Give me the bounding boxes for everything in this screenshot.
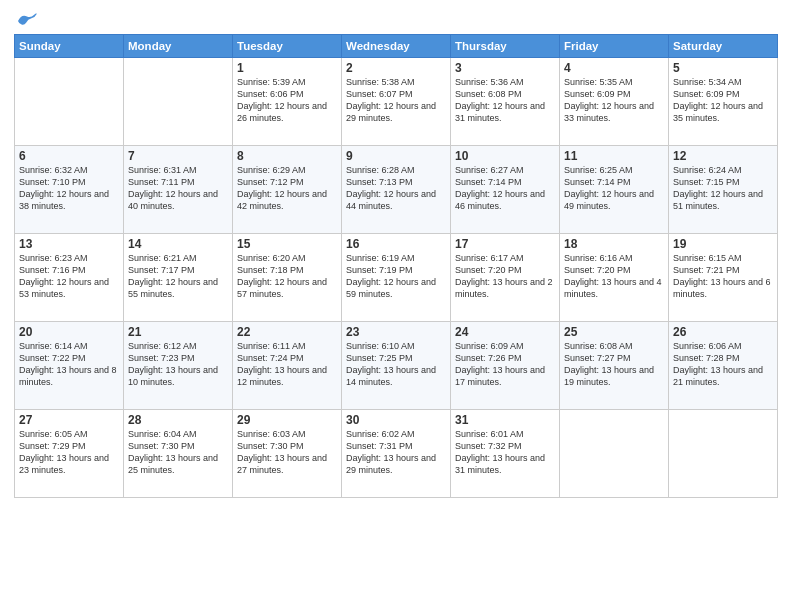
- calendar-week-row: 6Sunrise: 6:32 AM Sunset: 7:10 PM Daylig…: [15, 146, 778, 234]
- calendar-cell: 12Sunrise: 6:24 AM Sunset: 7:15 PM Dayli…: [669, 146, 778, 234]
- day-number: 29: [237, 413, 337, 427]
- calendar-cell: 8Sunrise: 6:29 AM Sunset: 7:12 PM Daylig…: [233, 146, 342, 234]
- calendar-cell: 11Sunrise: 6:25 AM Sunset: 7:14 PM Dayli…: [560, 146, 669, 234]
- day-info: Sunrise: 6:10 AM Sunset: 7:25 PM Dayligh…: [346, 340, 446, 389]
- calendar-cell: 27Sunrise: 6:05 AM Sunset: 7:29 PM Dayli…: [15, 410, 124, 498]
- day-number: 27: [19, 413, 119, 427]
- calendar-cell: 2Sunrise: 5:38 AM Sunset: 6:07 PM Daylig…: [342, 58, 451, 146]
- day-number: 21: [128, 325, 228, 339]
- logo: [14, 12, 38, 30]
- calendar-cell: 30Sunrise: 6:02 AM Sunset: 7:31 PM Dayli…: [342, 410, 451, 498]
- day-info: Sunrise: 6:02 AM Sunset: 7:31 PM Dayligh…: [346, 428, 446, 477]
- calendar-day-header: Friday: [560, 35, 669, 58]
- day-info: Sunrise: 5:35 AM Sunset: 6:09 PM Dayligh…: [564, 76, 664, 125]
- day-number: 4: [564, 61, 664, 75]
- calendar-week-row: 27Sunrise: 6:05 AM Sunset: 7:29 PM Dayli…: [15, 410, 778, 498]
- calendar-cell: [124, 58, 233, 146]
- day-info: Sunrise: 6:23 AM Sunset: 7:16 PM Dayligh…: [19, 252, 119, 301]
- calendar-cell: 29Sunrise: 6:03 AM Sunset: 7:30 PM Dayli…: [233, 410, 342, 498]
- header: [14, 10, 778, 30]
- calendar-cell: 13Sunrise: 6:23 AM Sunset: 7:16 PM Dayli…: [15, 234, 124, 322]
- day-number: 17: [455, 237, 555, 251]
- day-info: Sunrise: 6:08 AM Sunset: 7:27 PM Dayligh…: [564, 340, 664, 389]
- day-info: Sunrise: 5:34 AM Sunset: 6:09 PM Dayligh…: [673, 76, 773, 125]
- calendar-day-header: Monday: [124, 35, 233, 58]
- day-info: Sunrise: 6:14 AM Sunset: 7:22 PM Dayligh…: [19, 340, 119, 389]
- day-number: 6: [19, 149, 119, 163]
- day-number: 20: [19, 325, 119, 339]
- calendar-cell: 17Sunrise: 6:17 AM Sunset: 7:20 PM Dayli…: [451, 234, 560, 322]
- day-number: 26: [673, 325, 773, 339]
- day-number: 22: [237, 325, 337, 339]
- calendar-cell: [560, 410, 669, 498]
- calendar-day-header: Thursday: [451, 35, 560, 58]
- calendar-week-row: 13Sunrise: 6:23 AM Sunset: 7:16 PM Dayli…: [15, 234, 778, 322]
- day-info: Sunrise: 6:21 AM Sunset: 7:17 PM Dayligh…: [128, 252, 228, 301]
- day-number: 25: [564, 325, 664, 339]
- page: SundayMondayTuesdayWednesdayThursdayFrid…: [0, 0, 792, 612]
- calendar-cell: 19Sunrise: 6:15 AM Sunset: 7:21 PM Dayli…: [669, 234, 778, 322]
- calendar-cell: 21Sunrise: 6:12 AM Sunset: 7:23 PM Dayli…: [124, 322, 233, 410]
- day-number: 13: [19, 237, 119, 251]
- calendar-cell: 28Sunrise: 6:04 AM Sunset: 7:30 PM Dayli…: [124, 410, 233, 498]
- calendar-cell: [669, 410, 778, 498]
- calendar-cell: 23Sunrise: 6:10 AM Sunset: 7:25 PM Dayli…: [342, 322, 451, 410]
- day-number: 31: [455, 413, 555, 427]
- calendar-week-row: 20Sunrise: 6:14 AM Sunset: 7:22 PM Dayli…: [15, 322, 778, 410]
- calendar-day-header: Saturday: [669, 35, 778, 58]
- calendar-cell: 31Sunrise: 6:01 AM Sunset: 7:32 PM Dayli…: [451, 410, 560, 498]
- calendar-cell: 6Sunrise: 6:32 AM Sunset: 7:10 PM Daylig…: [15, 146, 124, 234]
- day-number: 2: [346, 61, 446, 75]
- calendar-day-header: Wednesday: [342, 35, 451, 58]
- calendar-cell: 3Sunrise: 5:36 AM Sunset: 6:08 PM Daylig…: [451, 58, 560, 146]
- day-number: 24: [455, 325, 555, 339]
- day-info: Sunrise: 6:11 AM Sunset: 7:24 PM Dayligh…: [237, 340, 337, 389]
- day-info: Sunrise: 6:32 AM Sunset: 7:10 PM Dayligh…: [19, 164, 119, 213]
- calendar-cell: 22Sunrise: 6:11 AM Sunset: 7:24 PM Dayli…: [233, 322, 342, 410]
- day-number: 19: [673, 237, 773, 251]
- day-info: Sunrise: 6:29 AM Sunset: 7:12 PM Dayligh…: [237, 164, 337, 213]
- day-number: 12: [673, 149, 773, 163]
- day-info: Sunrise: 6:03 AM Sunset: 7:30 PM Dayligh…: [237, 428, 337, 477]
- day-info: Sunrise: 5:38 AM Sunset: 6:07 PM Dayligh…: [346, 76, 446, 125]
- day-number: 15: [237, 237, 337, 251]
- calendar-cell: 9Sunrise: 6:28 AM Sunset: 7:13 PM Daylig…: [342, 146, 451, 234]
- title-section: [38, 10, 778, 12]
- day-number: 7: [128, 149, 228, 163]
- day-info: Sunrise: 6:16 AM Sunset: 7:20 PM Dayligh…: [564, 252, 664, 301]
- day-info: Sunrise: 6:27 AM Sunset: 7:14 PM Dayligh…: [455, 164, 555, 213]
- calendar-cell: 14Sunrise: 6:21 AM Sunset: 7:17 PM Dayli…: [124, 234, 233, 322]
- calendar-cell: 15Sunrise: 6:20 AM Sunset: 7:18 PM Dayli…: [233, 234, 342, 322]
- day-info: Sunrise: 5:39 AM Sunset: 6:06 PM Dayligh…: [237, 76, 337, 125]
- calendar-cell: 26Sunrise: 6:06 AM Sunset: 7:28 PM Dayli…: [669, 322, 778, 410]
- calendar-cell: 20Sunrise: 6:14 AM Sunset: 7:22 PM Dayli…: [15, 322, 124, 410]
- calendar-cell: 18Sunrise: 6:16 AM Sunset: 7:20 PM Dayli…: [560, 234, 669, 322]
- calendar-cell: 5Sunrise: 5:34 AM Sunset: 6:09 PM Daylig…: [669, 58, 778, 146]
- calendar-cell: 1Sunrise: 5:39 AM Sunset: 6:06 PM Daylig…: [233, 58, 342, 146]
- logo-bird-icon: [16, 12, 38, 30]
- day-number: 3: [455, 61, 555, 75]
- day-number: 16: [346, 237, 446, 251]
- calendar-cell: [15, 58, 124, 146]
- calendar-cell: 4Sunrise: 5:35 AM Sunset: 6:09 PM Daylig…: [560, 58, 669, 146]
- day-number: 14: [128, 237, 228, 251]
- day-info: Sunrise: 6:19 AM Sunset: 7:19 PM Dayligh…: [346, 252, 446, 301]
- day-info: Sunrise: 6:28 AM Sunset: 7:13 PM Dayligh…: [346, 164, 446, 213]
- day-info: Sunrise: 6:17 AM Sunset: 7:20 PM Dayligh…: [455, 252, 555, 301]
- calendar-cell: 24Sunrise: 6:09 AM Sunset: 7:26 PM Dayli…: [451, 322, 560, 410]
- day-info: Sunrise: 6:31 AM Sunset: 7:11 PM Dayligh…: [128, 164, 228, 213]
- day-info: Sunrise: 6:05 AM Sunset: 7:29 PM Dayligh…: [19, 428, 119, 477]
- day-number: 1: [237, 61, 337, 75]
- calendar-cell: 16Sunrise: 6:19 AM Sunset: 7:19 PM Dayli…: [342, 234, 451, 322]
- day-info: Sunrise: 6:20 AM Sunset: 7:18 PM Dayligh…: [237, 252, 337, 301]
- calendar-cell: 25Sunrise: 6:08 AM Sunset: 7:27 PM Dayli…: [560, 322, 669, 410]
- day-info: Sunrise: 6:24 AM Sunset: 7:15 PM Dayligh…: [673, 164, 773, 213]
- calendar-day-header: Tuesday: [233, 35, 342, 58]
- day-number: 23: [346, 325, 446, 339]
- day-info: Sunrise: 6:01 AM Sunset: 7:32 PM Dayligh…: [455, 428, 555, 477]
- day-info: Sunrise: 6:09 AM Sunset: 7:26 PM Dayligh…: [455, 340, 555, 389]
- calendar-week-row: 1Sunrise: 5:39 AM Sunset: 6:06 PM Daylig…: [15, 58, 778, 146]
- day-number: 8: [237, 149, 337, 163]
- calendar-header-row: SundayMondayTuesdayWednesdayThursdayFrid…: [15, 35, 778, 58]
- calendar-cell: 10Sunrise: 6:27 AM Sunset: 7:14 PM Dayli…: [451, 146, 560, 234]
